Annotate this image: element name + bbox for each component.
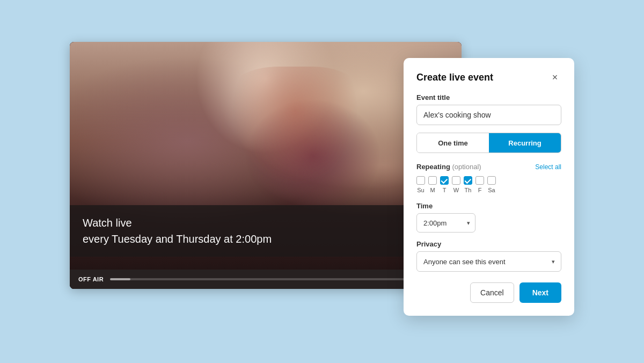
checkbox-w[interactable] <box>452 176 460 185</box>
event-title-label: Event title <box>416 93 561 101</box>
checkbox-su[interactable] <box>416 176 425 185</box>
off-air-label: OFF AIR <box>78 276 104 282</box>
day-th: Th <box>464 176 472 193</box>
off-air-bar: OFF AIR <box>70 270 462 289</box>
checkbox-t[interactable] <box>440 176 449 185</box>
checkbox-th[interactable] <box>464 176 472 185</box>
day-t: T <box>440 176 449 193</box>
day-label-f: F <box>478 187 482 193</box>
checkbox-f[interactable] <box>475 176 484 185</box>
video-panel: Watch live every Tuesday and Thursday at… <box>70 42 462 289</box>
day-label-m: M <box>430 187 435 193</box>
close-button[interactable]: × <box>548 71 561 84</box>
privacy-select-wrapper: Anyone can see this event Only followers… <box>416 251 561 272</box>
modal-header: Create live event × <box>416 71 561 84</box>
day-label-w: W <box>453 187 459 193</box>
day-label-th: Th <box>465 187 472 193</box>
checkbox-sa[interactable] <box>487 176 496 185</box>
modal-title: Create live event <box>416 72 493 83</box>
day-su: Su <box>416 176 425 193</box>
video-overlay: Watch live every Tuesday and Thursday at… <box>70 205 462 257</box>
off-air-progress <box>110 278 453 280</box>
watch-line-2: every Tuesday and Thursday at 2:00pm <box>83 231 449 247</box>
close-icon: × <box>552 72 558 82</box>
day-w: W <box>452 176 460 193</box>
time-select[interactable]: 12:00am 12:30am 1:00am 1:30am 2:00pm 2:3… <box>416 213 475 233</box>
scene: Watch live every Tuesday and Thursday at… <box>70 42 574 321</box>
repeating-optional: (optional) <box>452 163 481 171</box>
watch-line-1: Watch live <box>83 215 449 231</box>
select-all-link[interactable]: Select all <box>535 163 561 171</box>
create-live-event-modal: Create live event × Event title One time… <box>404 58 574 316</box>
day-label-t: T <box>443 187 447 193</box>
day-f: F <box>475 176 484 193</box>
day-m: M <box>428 176 437 193</box>
repeating-header: Repeating (optional) Select all <box>416 163 561 171</box>
cancel-button[interactable]: Cancel <box>470 282 514 303</box>
recurring-button[interactable]: Recurring <box>489 133 561 153</box>
privacy-select[interactable]: Anyone can see this event Only followers… <box>416 251 561 272</box>
time-label: Time <box>416 202 561 210</box>
time-select-wrapper: 12:00am 12:30am 1:00am 1:30am 2:00pm 2:3… <box>416 213 475 233</box>
off-air-progress-fill <box>110 278 130 280</box>
days-row: Su M T W Th F <box>416 176 561 193</box>
privacy-label: Privacy <box>416 240 561 248</box>
day-label-su: Su <box>417 187 424 193</box>
event-type-toggle: One time Recurring <box>416 133 561 153</box>
day-sa: Sa <box>487 176 496 193</box>
one-time-button[interactable]: One time <box>417 133 489 153</box>
event-title-input[interactable] <box>416 105 561 125</box>
day-label-sa: Sa <box>488 187 495 193</box>
modal-footer: Cancel Next <box>416 282 561 303</box>
next-button[interactable]: Next <box>519 282 561 303</box>
checkbox-m[interactable] <box>428 176 437 185</box>
repeating-label: Repeating (optional) <box>416 163 481 171</box>
